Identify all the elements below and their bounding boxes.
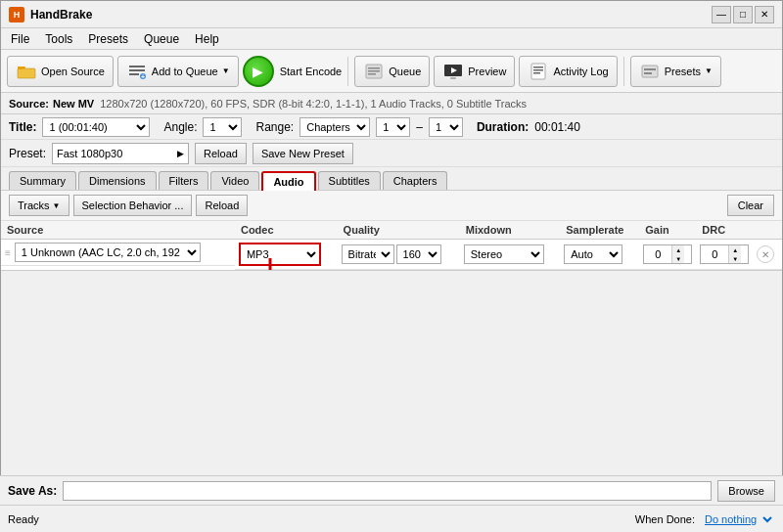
- close-button[interactable]: ✕: [755, 6, 774, 23]
- source-select[interactable]: 1 Unknown (AAC LC, 2.0 ch, 192 kbps): [15, 243, 201, 262]
- remove-cell: ✕: [753, 240, 782, 270]
- toolbar-separator: [347, 57, 348, 86]
- gain-cell: ▲ ▼: [639, 240, 696, 270]
- maximize-button[interactable]: □: [733, 6, 753, 23]
- menu-presets[interactable]: Presets: [82, 31, 134, 47]
- tab-chapters[interactable]: Chapters: [383, 171, 448, 190]
- saveas-input[interactable]: C:\Users\Administrator\Desktop\avi files…: [63, 481, 712, 501]
- app-title: HandBrake: [30, 8, 92, 22]
- save-new-preset-button[interactable]: Save New Preset: [253, 143, 353, 164]
- gain-down-button[interactable]: ▼: [672, 254, 684, 263]
- folder-open-icon: [16, 61, 37, 82]
- preview-icon: [442, 61, 464, 82]
- audio-content-area: Source Codec Quality Mixdown Samplerate …: [1, 221, 782, 271]
- menu-file[interactable]: File: [5, 31, 35, 47]
- clear-button[interactable]: Clear: [727, 195, 774, 216]
- svg-text:+: +: [141, 73, 145, 80]
- presets-dropdown-icon[interactable]: ▼: [705, 66, 713, 75]
- col-codec: Codec: [235, 221, 338, 240]
- add-queue-dropdown-icon[interactable]: ▼: [222, 66, 230, 75]
- menu-queue[interactable]: Queue: [138, 31, 185, 47]
- title-row: Title: 1 (00:01:40) Angle: 1 Range: Chap…: [1, 114, 782, 140]
- audio-reload-button[interactable]: Reload: [196, 195, 248, 216]
- when-done-select[interactable]: Do nothing Shutdown Sleep Hibernate: [699, 510, 775, 529]
- start-encode-button[interactable]: ▶: [243, 56, 274, 87]
- gain-input[interactable]: [644, 245, 671, 263]
- range-to-select[interactable]: 1: [429, 117, 463, 137]
- col-mixdown: Mixdown: [460, 221, 560, 240]
- preset-field[interactable]: Fast 1080p30 ▶: [52, 143, 189, 164]
- menu-tools[interactable]: Tools: [39, 31, 78, 47]
- open-source-button[interactable]: Open Source: [7, 56, 114, 87]
- svg-rect-18: [533, 72, 540, 74]
- tab-subtitles[interactable]: Subtitles: [318, 171, 381, 190]
- drc-down-button[interactable]: ▼: [729, 254, 741, 263]
- log-icon: [528, 61, 549, 82]
- tab-filters[interactable]: Filters: [159, 171, 209, 190]
- svg-rect-2: [18, 66, 23, 69]
- mixdown-select[interactable]: Stereo Mono Dolby Surround: [464, 244, 544, 264]
- range-type-select[interactable]: Chapters: [299, 117, 370, 137]
- minimize-button[interactable]: —: [712, 6, 731, 23]
- presets-icon: [639, 61, 661, 82]
- col-source: Source: [1, 221, 235, 240]
- tracks-button[interactable]: Tracks ▼: [9, 195, 69, 216]
- titlebar-controls: — □ ✕: [712, 6, 774, 23]
- activity-log-button[interactable]: Activity Log: [519, 56, 617, 87]
- title-select[interactable]: 1 (00:01:40): [42, 117, 150, 137]
- open-source-label: Open Source: [41, 66, 105, 77]
- tab-dimensions[interactable]: Dimensions: [78, 171, 156, 190]
- svg-rect-9: [368, 67, 380, 69]
- col-drc: DRC: [696, 221, 753, 240]
- quality-cell: Bitrate: Quality: 160 128 192 256: [338, 240, 460, 270]
- menu-help[interactable]: Help: [189, 31, 225, 47]
- presets-button[interactable]: Presets ▼: [630, 56, 721, 87]
- svg-rect-1: [18, 68, 35, 78]
- tab-audio[interactable]: Audio: [261, 171, 315, 191]
- source-name: New MV: [53, 98, 94, 110]
- tracks-dropdown-icon: ▼: [53, 201, 61, 210]
- audio-tracks-table: Source Codec Quality Mixdown Samplerate …: [1, 221, 782, 270]
- col-quality: Quality: [338, 221, 460, 240]
- samplerate-select[interactable]: Auto 44.1 48: [564, 244, 622, 264]
- range-from-select[interactable]: 1: [376, 117, 410, 137]
- angle-select[interactable]: 1: [203, 117, 242, 137]
- preset-arrow-icon: ▶: [177, 149, 184, 158]
- presets-label: Presets: [665, 66, 701, 77]
- add-to-queue-button[interactable]: + Add to Queue ▼: [117, 56, 239, 87]
- drc-up-button[interactable]: ▲: [729, 245, 741, 254]
- when-done: When Done: Do nothing Shutdown Sleep Hib…: [635, 510, 775, 529]
- preset-value: Fast 1080p30: [57, 148, 177, 159]
- svg-rect-21: [644, 72, 652, 74]
- menubar: File Tools Presets Queue Help: [1, 28, 782, 50]
- tab-video[interactable]: Video: [210, 171, 259, 190]
- svg-rect-3: [129, 66, 145, 67]
- statusbar: Ready When Done: Do nothing Shutdown Sle…: [0, 505, 783, 532]
- browse-button[interactable]: Browse: [717, 480, 775, 502]
- range-label: Range:: [255, 120, 294, 134]
- svg-rect-17: [533, 69, 543, 71]
- titlebar-left: H HandBrake: [9, 7, 92, 22]
- preview-button[interactable]: Preview: [434, 56, 515, 87]
- drc-cell: ▲ ▼: [696, 240, 753, 270]
- queue-button[interactable]: Queue: [354, 56, 430, 87]
- remove-track-button[interactable]: ✕: [757, 245, 774, 263]
- start-encode-label: Start Encode: [280, 66, 343, 77]
- status-text: Ready: [8, 513, 39, 525]
- add-to-queue-label: Add to Queue: [152, 66, 218, 77]
- codec-select[interactable]: MP3 AAC (CoreAudio) AC3 Passthru: [241, 244, 319, 264]
- tab-summary[interactable]: Summary: [9, 171, 76, 190]
- source-bar: Source: New MV 1280x720 (1280x720), 60 F…: [1, 93, 782, 114]
- queue-label: Queue: [389, 66, 421, 77]
- preset-label: Preset:: [9, 147, 46, 160]
- svg-rect-11: [368, 73, 376, 75]
- reload-button[interactable]: Reload: [195, 143, 247, 164]
- selection-behavior-button[interactable]: Selection Behavior ...: [73, 195, 193, 216]
- gain-up-button[interactable]: ▲: [672, 245, 684, 254]
- drc-input[interactable]: [701, 245, 728, 263]
- bitrate-select[interactable]: 160 128 192 256: [396, 244, 441, 264]
- quality-type-select[interactable]: Bitrate: Quality:: [342, 244, 394, 264]
- preview-label: Preview: [468, 66, 506, 77]
- duration-value: 00:01:40: [534, 120, 580, 134]
- drc-input-wrapper: ▲ ▼: [700, 244, 749, 264]
